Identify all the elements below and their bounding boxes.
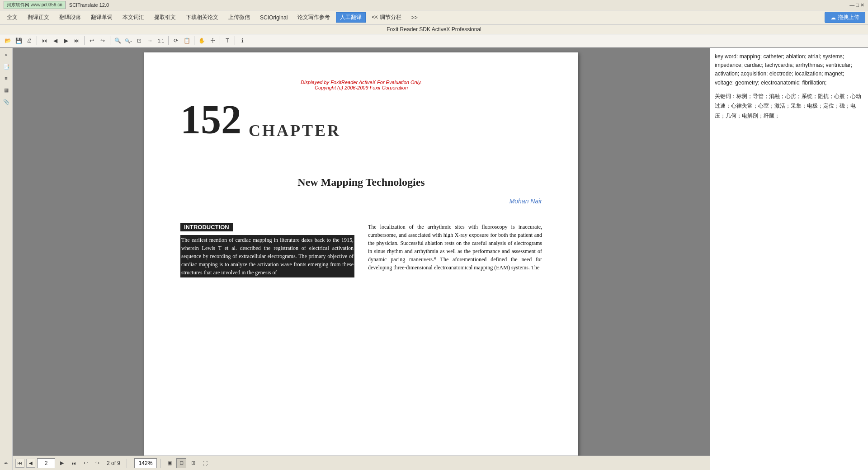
menu-translate-para[interactable]: 翻译段落 xyxy=(55,12,85,23)
right-panel: key word: mapping; catheter; ablation; a… xyxy=(710,48,868,470)
keywords-english: key word: mapping; catheter; ablation; a… xyxy=(715,52,863,87)
introduction-heading: INTRODUCTION xyxy=(180,223,233,231)
rotate-icon[interactable]: ⟳ xyxy=(171,36,181,46)
view-full-screen-icon[interactable]: ⛶ xyxy=(200,458,210,468)
next-page-btn[interactable]: ▶ xyxy=(57,458,67,468)
separator3 xyxy=(110,36,110,45)
cloud-icon: ☁ xyxy=(830,14,836,21)
fit-width-icon[interactable]: ↔ xyxy=(145,36,155,46)
save-icon[interactable]: 💾 xyxy=(14,36,24,46)
prev-page-btn[interactable]: ◀ xyxy=(26,459,35,468)
upload-button[interactable]: ☁ 拖拽上传 xyxy=(825,12,865,23)
menu-bar: 全文 翻译正文 翻译段落 翻译单词 本文词汇 提取引文 下载相关论文 上传微信 … xyxy=(0,10,868,25)
sidebar-sign-icon[interactable]: ✒ xyxy=(1,458,11,468)
page-number-input[interactable] xyxy=(37,458,55,468)
menu-extract-ref[interactable]: 提取引文 xyxy=(150,12,180,23)
left-column: INTRODUCTION The earliest mention of car… xyxy=(180,223,354,277)
sep1 xyxy=(127,459,127,468)
watermark-badge: 河东软件网 www.pc0359.cn xyxy=(4,1,66,9)
chapter-title: New Mapping Technologies xyxy=(180,176,542,188)
open-icon[interactable]: 📂 xyxy=(3,36,13,46)
first-page-icon[interactable]: ⏮ xyxy=(39,36,49,46)
last-page-icon[interactable]: ⏭ xyxy=(72,36,82,46)
main-area: « 📑 ≡ ▦ 📎 ✒ Displayed by FoxitReader Act… xyxy=(0,48,868,470)
menu-paper-ref[interactable]: 论文写作参考 xyxy=(293,12,334,23)
last-page-btn[interactable]: ⏭ xyxy=(69,458,79,468)
sidebar-bookmark-icon[interactable]: 📑 xyxy=(1,61,11,71)
zoom-input[interactable] xyxy=(134,458,157,468)
sidebar-pages-icon[interactable]: ▦ xyxy=(1,85,11,95)
watermark-line1: Displayed by FoxitReader ActiveX For Eva… xyxy=(180,80,542,85)
menu-adjust-col[interactable]: << 调节分栏 xyxy=(368,12,405,23)
back-btn[interactable]: ↩ xyxy=(80,458,90,468)
zoom-out-icon[interactable]: 🔍- xyxy=(123,36,133,46)
back-icon[interactable]: ↩ xyxy=(87,36,97,46)
sep2 xyxy=(160,459,161,468)
forward-btn[interactable]: ↪ xyxy=(92,458,102,468)
menu-translate-body[interactable]: 翻译正文 xyxy=(24,12,53,23)
menu-sci-original[interactable]: SCIOriginal xyxy=(256,13,292,22)
prev-page-icon[interactable]: ◀ xyxy=(50,36,60,46)
right-column: The localization of the arrhythmic sites… xyxy=(368,223,542,277)
foxit-label: Foxit Reader SDK ActiveX Professional xyxy=(0,25,868,34)
sidebar-layers-icon[interactable]: ≡ xyxy=(1,73,11,83)
next-page-icon[interactable]: ▶ xyxy=(61,36,71,46)
view-continuous-icon[interactable]: ⊟ xyxy=(176,458,186,468)
menu-upload-wechat[interactable]: 上传微信 xyxy=(224,12,254,23)
rotate2-icon[interactable]: 📋 xyxy=(182,36,192,46)
sidebar-attach-icon[interactable]: 📎 xyxy=(1,97,11,107)
app-title: SCITranslate 12.0 xyxy=(69,2,109,8)
icon-toolbar: 📂 💾 🖨 ⏮ ◀ ▶ ⏭ ↩ ↪ 🔍 🔍- ⊡ ↔ 1:1 ⟳ 📋 ✋ ☩ T… xyxy=(0,34,868,47)
separator5 xyxy=(194,36,194,45)
pdf-scroll-area[interactable]: Displayed by FoxitReader ActiveX For Eva… xyxy=(13,48,710,456)
info-icon[interactable]: ℹ xyxy=(237,36,247,46)
select-icon[interactable]: ✋ xyxy=(197,36,207,46)
separator xyxy=(37,36,37,45)
chapter-label: CHAPTER xyxy=(249,121,341,140)
fit-page-icon[interactable]: ⊡ xyxy=(134,36,144,46)
page-count-display: 2 of 9 xyxy=(107,460,120,466)
left-sidebar: « 📑 ≡ ▦ 📎 ✒ xyxy=(0,48,13,470)
right-body-text: The localization of the arrhythmic sites… xyxy=(368,223,542,272)
print-icon[interactable]: 🖨 xyxy=(24,36,34,46)
bottom-status-bar: ⏮ ◀ ▶ ⏭ ↩ ↪ 2 of 9 ▣ ⊟ ⊞ ⛶ xyxy=(13,456,710,470)
chapter-author: Mohan Nair xyxy=(180,197,542,205)
foxit-watermark: Displayed by FoxitReader ActiveX For Eva… xyxy=(180,80,542,90)
menu-vocab[interactable]: 本文词汇 xyxy=(118,12,148,23)
pdf-page: Displayed by FoxitReader ActiveX For Eva… xyxy=(144,52,578,456)
app-title-bar: 河东软件网 www.pc0359.cn SCITranslate 12.0 — … xyxy=(0,0,868,10)
pdf-viewer: Displayed by FoxitReader ActiveX For Eva… xyxy=(13,48,710,470)
view-facing-icon[interactable]: ⊞ xyxy=(188,458,198,468)
separator4 xyxy=(168,36,169,45)
window-controls[interactable]: — □ ✕ xyxy=(849,2,864,8)
keywords-chinese: 关键词：标测；导管；消融；心房；系统；阻抗；心脏；心动过速；心律失常；心室；激活… xyxy=(715,92,863,121)
text-tool-icon[interactable]: T xyxy=(222,36,232,46)
zoom-in-icon[interactable]: 🔍 xyxy=(113,36,123,46)
menu-human-translate[interactable]: 人工翻译 xyxy=(336,12,366,23)
left-body-text: The earliest mention of cardiac mapping … xyxy=(180,235,354,277)
watermark-line2: Copyright (c) 2006-2009 Foxit Corporatio… xyxy=(180,85,542,90)
chapter-header: 152 CHAPTER xyxy=(180,99,542,140)
forward-icon[interactable]: ↪ xyxy=(98,36,108,46)
separator6 xyxy=(220,36,220,45)
chapter-number: 152 xyxy=(180,99,241,140)
menu-download-papers[interactable]: 下载相关论文 xyxy=(182,12,222,23)
content-area: INTRODUCTION The earliest mention of car… xyxy=(180,223,542,277)
separator2 xyxy=(84,36,85,45)
menu-expand[interactable]: >> xyxy=(407,13,422,22)
view-single-icon[interactable]: ▣ xyxy=(165,458,175,468)
pan-icon[interactable]: ☩ xyxy=(208,36,217,46)
menu-full-text[interactable]: 全文 xyxy=(3,12,22,23)
first-page-btn[interactable]: ⏮ xyxy=(15,459,24,468)
sidebar-collapse-icon[interactable]: « xyxy=(1,50,11,60)
actual-size-icon[interactable]: 1:1 xyxy=(156,36,166,46)
separator7 xyxy=(235,36,235,45)
menu-translate-word[interactable]: 翻译单词 xyxy=(87,12,117,23)
